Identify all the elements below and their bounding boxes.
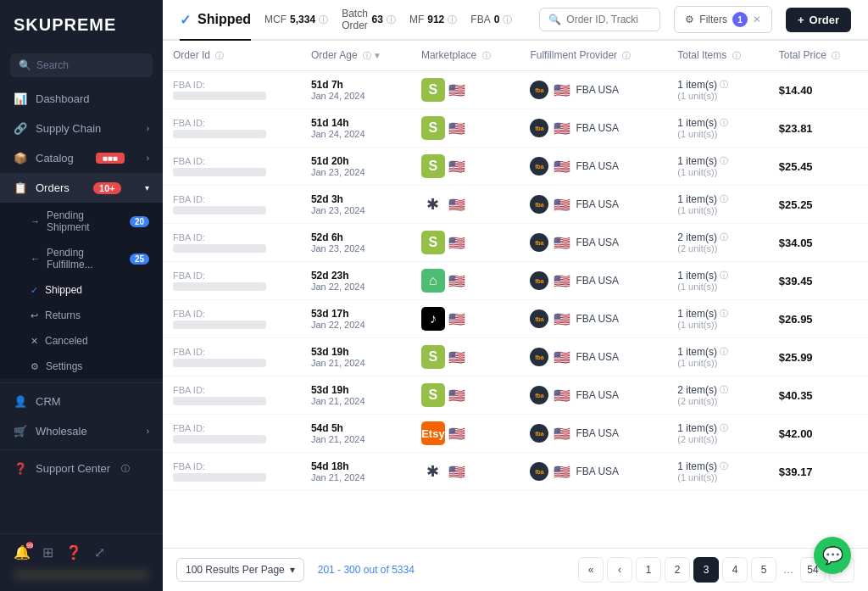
page-first-btn[interactable]: « [578,557,604,583]
flag-icon: 🇺🇸 [448,426,465,442]
page-prev-btn[interactable]: ‹ [607,557,632,583]
price-info-icon[interactable]: ⓘ [832,51,840,60]
results-per-page-select[interactable]: 100 Results Per Page ▾ [176,558,304,582]
items-info[interactable]: ⓘ [720,422,728,434]
add-order-button[interactable]: + Order [786,8,851,32]
sidebar-item-pending-shipment[interactable]: → Pending Shipment 20 [0,203,163,240]
sidebar-item-dashboard[interactable]: 📊 Dashboard [0,84,163,114]
table-row[interactable]: FBA ID: 51d 20h Jan 23, 2024 S 🇺🇸 fba 🇺🇸… [163,148,868,186]
fba-label: FBA ID: [173,309,291,319]
filters-button[interactable]: ⚙ Filters 1 ✕ [674,6,772,33]
provider-name: FBA USA [576,275,619,287]
items-info-icon[interactable]: ⓘ [732,51,741,60]
sidebar-item-wholesale[interactable]: 🛒 Wholesale › [0,416,163,446]
units-value: (1 unit(s)) [677,205,759,215]
order-age-info-icon[interactable]: ⓘ [363,51,371,60]
items-cell: 1 item(s) ⓘ (1 unit(s)) [667,148,769,186]
items-info[interactable]: ⓘ [720,79,728,91]
order-id-cell: FBA ID: [163,148,301,186]
filters-close-icon[interactable]: ✕ [753,14,761,25]
page-2-btn[interactable]: 2 [665,557,690,583]
fba-value: 0 [494,14,500,25]
marketplace-icons: S 🇺🇸 [421,78,510,102]
items-info[interactable]: ⓘ [720,193,728,205]
orders-submenu: → Pending Shipment 20 ← Pending Fulfillm… [0,203,163,379]
fp-info-icon[interactable]: ⓘ [622,51,631,60]
table-row[interactable]: FBA ID: 51d 7h Jan 24, 2024 S 🇺🇸 fba 🇺🇸 … [163,71,868,109]
sidebar-item-supply-chain[interactable]: 🔗 Supply Chain › [0,114,163,143]
provider-cell: fba 🇺🇸 FBA USA [520,71,667,109]
sidebar-search[interactable]: 🔍 Search [10,53,153,77]
price-cell: $25.25 [769,186,868,224]
chevron-wholesale-icon: › [147,427,149,436]
items-info[interactable]: ⓘ [720,117,728,129]
help-icon[interactable]: ❓ [65,544,82,560]
order-search-box[interactable]: 🔍 [539,8,660,31]
table-row[interactable]: FBA ID: 53d 17h Jan 22, 2024 ♪ 🇺🇸 fba 🇺🇸… [163,300,868,338]
age-value: 54d 5h [311,422,401,434]
items-value: 1 item(s) ⓘ [677,79,759,91]
marketplace-cell: ✱ 🇺🇸 [411,186,520,224]
table-row[interactable]: FBA ID: 52d 6h Jan 23, 2024 S 🇺🇸 fba 🇺🇸 … [163,224,868,262]
expand-icon[interactable]: ⤢ [94,544,105,560]
items-info[interactable]: ⓘ [720,231,728,243]
provider-name: FBA USA [576,198,619,210]
sidebar-item-pending-fulfillment[interactable]: ← Pending Fulfillme... 25 [0,240,163,277]
items-info[interactable]: ⓘ [720,460,728,472]
items-info[interactable]: ⓘ [720,308,728,320]
search-input[interactable] [566,14,651,25]
sidebar-item-support[interactable]: ❓ Support Center ⓘ [0,454,163,483]
dashboard-icon: 📊 [14,92,27,105]
items-value: 1 item(s) ⓘ [677,460,759,472]
notification-icon[interactable]: 🔔 99 [14,544,31,560]
sidebar-item-canceled[interactable]: ✕ Canceled [0,328,163,354]
mf-info-icon[interactable]: ⓘ [448,14,457,26]
order-id-cell: FBA ID: [163,262,301,300]
items-info[interactable]: ⓘ [720,270,728,282]
items-info[interactable]: ⓘ [720,155,728,167]
price-cell: $40.35 [769,376,868,415]
age-value: 52d 23h [311,270,401,282]
price-cell: $25.99 [769,338,868,376]
flag-icon: 🇺🇸 [448,273,465,289]
batch-info-icon[interactable]: ⓘ [387,14,396,26]
support-info-icon: ⓘ [121,463,130,475]
chat-button[interactable]: 💬 [814,537,851,574]
items-cell: 1 item(s) ⓘ (1 unit(s)) [667,186,769,224]
filter-icon: ⚙ [685,14,694,25]
sidebar-item-orders[interactable]: 📋 Orders 10+ ▾ [0,173,163,203]
table-row[interactable]: FBA ID: 54d 18h Jan 21, 2024 ✱ 🇺🇸 fba 🇺🇸… [163,453,868,491]
age-date: Jan 23, 2024 [311,205,401,215]
page-4-btn[interactable]: 4 [722,557,748,583]
table-row[interactable]: FBA ID: 54d 5h Jan 21, 2024 Etsy 🇺🇸 fba … [163,415,868,453]
col-order-age[interactable]: Order Age ⓘ▼ [301,41,411,71]
order-id-info-icon[interactable]: ⓘ [215,51,224,60]
sidebar-item-shipped[interactable]: ✓ Shipped [0,277,163,303]
table-row[interactable]: FBA ID: 51d 14h Jan 24, 2024 S 🇺🇸 fba 🇺🇸… [163,109,868,148]
items-cell: 1 item(s) ⓘ (1 unit(s)) [667,262,769,300]
grid-icon[interactable]: ⊞ [42,544,53,560]
sidebar-item-returns[interactable]: ↩ Returns [0,303,163,328]
sidebar-item-settings[interactable]: ⚙ Settings [0,354,163,379]
table-row[interactable]: FBA ID: 53d 19h Jan 21, 2024 S 🇺🇸 fba 🇺🇸… [163,376,868,415]
items-info[interactable]: ⓘ [720,384,728,396]
table-row[interactable]: FBA ID: 52d 3h Jan 23, 2024 ✱ 🇺🇸 fba 🇺🇸 … [163,186,868,224]
age-value: 53d 17h [311,308,401,320]
settings-icon: ⚙ [31,361,39,372]
page-5-btn[interactable]: 5 [751,557,776,583]
pending-fulfillment-label: Pending Fulfillme... [47,247,123,270]
sidebar-item-catalog[interactable]: 📦 Catalog ■■■ › [0,143,163,173]
table-row[interactable]: FBA ID: 53d 19h Jan 21, 2024 S 🇺🇸 fba 🇺🇸… [163,338,868,376]
page-title: ✓ Shipped [180,0,251,41]
page-3-btn[interactable]: 3 [693,557,719,583]
provider-name: FBA USA [576,160,619,172]
marketplace-info-icon[interactable]: ⓘ [482,51,491,60]
mcf-info-icon[interactable]: ⓘ [319,14,328,26]
page-1-btn[interactable]: 1 [636,557,661,583]
fba-label: FBA ID: [173,423,291,433]
table-row[interactable]: FBA ID: 52d 23h Jan 22, 2024 ⌂ 🇺🇸 fba 🇺🇸… [163,262,868,300]
items-cell: 1 item(s) ⓘ (1 unit(s)) [667,338,769,376]
items-info[interactable]: ⓘ [720,346,728,358]
fba-info-icon[interactable]: ⓘ [503,14,512,26]
sidebar-item-crm[interactable]: 👤 CRM [0,387,163,416]
